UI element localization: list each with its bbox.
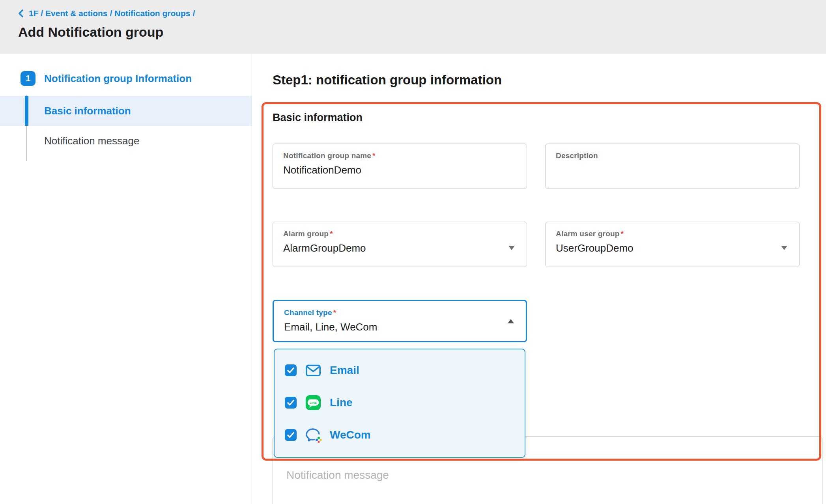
alarm-user-group-select[interactable]: Alarm user group* UserGroupDemo (545, 222, 800, 267)
channel-type-value: Email, Line, WeCom (284, 321, 516, 333)
option-label-line: Line (330, 396, 353, 409)
sidebar-item-notification-message[interactable]: Notification message (0, 126, 252, 156)
step-label: Notification group Information (44, 73, 192, 85)
field-label: Alarm user group* (556, 230, 789, 238)
alarm-group-value: AlarmGroupDemo (283, 242, 516, 254)
section-heading: Basic information (273, 112, 363, 124)
required-asterisk: * (330, 230, 333, 238)
line-icon: LINE (305, 394, 322, 411)
chevron-left-icon (17, 9, 25, 18)
option-label-email: Email (330, 364, 359, 377)
field-label: Description (556, 151, 789, 160)
field-label: Notification group name* (283, 151, 516, 160)
step-number-badge: 1 (21, 71, 36, 86)
required-asterisk: * (333, 308, 336, 317)
checkbox-wecom[interactable] (285, 429, 297, 441)
line-icon-text: LINE (310, 401, 317, 405)
channel-type-dropdown: Email LINE Line (274, 349, 525, 458)
notification-group-name-field[interactable]: Notification group name* NotificationDem… (273, 144, 527, 189)
page-header: 1F / Event & actions / Notification grou… (0, 0, 826, 54)
email-icon (305, 362, 322, 379)
notification-group-name-value: NotificationDemo (283, 164, 516, 176)
page-title: Add Notification group (18, 24, 163, 40)
sidebar-item-basic-information[interactable]: Basic information (0, 96, 252, 126)
alarm-group-select[interactable]: Alarm group* AlarmGroupDemo (273, 222, 527, 267)
dropdown-option-wecom[interactable]: WeCom (275, 419, 525, 451)
chevron-up-icon (507, 318, 515, 325)
field-label: Channel type* (284, 308, 516, 317)
description-field[interactable]: Description (545, 144, 800, 189)
checkbox-email[interactable] (285, 364, 297, 376)
page: 1F / Event & actions / Notification grou… (0, 0, 826, 504)
dropdown-option-line[interactable]: LINE Line (275, 386, 525, 419)
active-indicator-bar (25, 96, 28, 126)
wecom-icon (305, 426, 322, 444)
field-label: Alarm group* (283, 230, 516, 238)
breadcrumb-text: 1F / Event & actions / Notification grou… (29, 9, 195, 18)
option-label-wecom: WeCom (330, 429, 371, 441)
required-asterisk: * (372, 151, 376, 160)
step-heading: Step1: notification group information (273, 73, 502, 88)
textarea-placeholder: Notification message (286, 469, 389, 482)
dropdown-option-email[interactable]: Email (275, 354, 525, 386)
channel-type-select[interactable]: Channel type* Email, Line, WeCom (273, 300, 527, 342)
sidebar-item-label: Basic information (44, 105, 131, 117)
sidebar-item-label: Notification message (44, 135, 139, 147)
required-asterisk: * (621, 230, 624, 238)
checkbox-line[interactable] (285, 397, 297, 409)
alarm-user-group-value: UserGroupDemo (556, 242, 789, 254)
chevron-down-icon (508, 245, 516, 252)
chevron-down-icon (780, 245, 788, 252)
sidebar: 1 Notification group Information Basic i… (0, 54, 252, 504)
sidebar-step-1[interactable]: 1 Notification group Information (21, 71, 192, 86)
breadcrumb[interactable]: 1F / Event & actions / Notification grou… (17, 9, 195, 18)
